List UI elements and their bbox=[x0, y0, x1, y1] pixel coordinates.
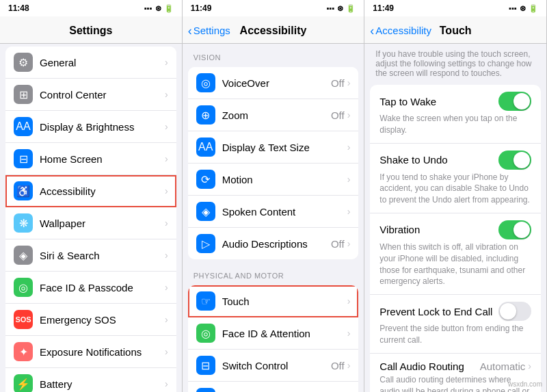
label-exposure: Exposure Notifications bbox=[40, 346, 165, 358]
row-call-audio: Call Audio Routing Automatic› bbox=[379, 361, 531, 372]
desc-vibration: When this switch is off, all vibration o… bbox=[379, 241, 531, 287]
panel-accessibility: 11:49 ▪▪▪⊛🔋 ‹ Settings Accessibility VIS… bbox=[183, 0, 365, 392]
icon-zoom: ⊕ bbox=[196, 105, 215, 125]
value-audio-desc: Off bbox=[331, 238, 345, 250]
chevron-switch-control: › bbox=[347, 360, 351, 371]
acc-item-voice-control[interactable]: ◈ Voice Control Off › bbox=[188, 382, 359, 392]
settings-item-exposure[interactable]: ✦ Exposure Notifications › bbox=[5, 336, 176, 368]
icon-exposure: ✦ bbox=[14, 342, 33, 361]
section-header-vision: VISION bbox=[183, 44, 364, 64]
acc-item-face-attention[interactable]: ◎ Face ID & Attention › bbox=[188, 317, 359, 350]
label-display-text: Display & Text Size bbox=[222, 142, 347, 153]
right-prevent-lock bbox=[498, 302, 531, 321]
label-faceid: Face ID & Passcode bbox=[40, 282, 165, 293]
status-icons-2: ▪▪▪⊛🔋 bbox=[327, 4, 356, 13]
label-emergency-sos: Emergency SOS bbox=[40, 314, 165, 326]
acc-item-display-text[interactable]: AA Display & Text Size › bbox=[188, 131, 359, 164]
acc-item-switch-control[interactable]: ⊟ Switch Control Off › bbox=[188, 350, 359, 382]
toggle-vibration[interactable] bbox=[498, 220, 531, 239]
nav-bar-3: ‹ Accessibility Touch bbox=[364, 16, 546, 44]
label-accessibility: Accessibility bbox=[40, 185, 165, 197]
icon-wallpaper: ❋ bbox=[14, 213, 33, 233]
desc-tap-to-wake: Wake the screen when you tap on the disp… bbox=[379, 113, 531, 136]
label-zoom: Zoom bbox=[222, 109, 331, 121]
back-chevron-2: ‹ bbox=[188, 25, 192, 37]
label-home-screen: Home Screen bbox=[40, 153, 165, 165]
touch-item-tap-to-wake[interactable]: Tap to Wake Wake the screen when you tap… bbox=[370, 85, 541, 144]
label-face-attention: Face ID & Attention bbox=[222, 328, 347, 339]
chevron-battery: › bbox=[165, 378, 168, 389]
status-bar-3: 11:49 ▪▪▪⊛🔋 bbox=[364, 0, 546, 16]
icon-general: ⚙ bbox=[14, 53, 33, 72]
settings-item-emergency-sos[interactable]: SOS Emergency SOS › bbox=[5, 304, 176, 336]
chevron-accessibility: › bbox=[165, 185, 168, 196]
toggle-prevent-lock[interactable] bbox=[498, 302, 531, 321]
settings-item-control-center[interactable]: ⊞ Control Center › bbox=[5, 79, 176, 111]
chevron-zoom: › bbox=[347, 109, 351, 120]
acc-item-zoom[interactable]: ⊕ Zoom Off › bbox=[188, 99, 359, 131]
settings-item-general[interactable]: ⚙ General › bbox=[5, 47, 176, 79]
settings-list: ⚙ General › ⊞ Control Center › AA Displa… bbox=[0, 44, 182, 392]
accessibility-list: VISION ◎ VoiceOver Off › ⊕ Zoom Off › AA… bbox=[183, 44, 364, 392]
label-control-center: Control Center bbox=[40, 89, 165, 101]
chevron-audio-desc: › bbox=[347, 238, 351, 249]
chevron-face-attention: › bbox=[347, 328, 351, 339]
back-button-3[interactable]: ‹ Accessibility bbox=[370, 25, 431, 37]
row-prevent-lock: Prevent Lock to End Call bbox=[379, 302, 531, 321]
label-call-audio: Call Audio Routing bbox=[379, 361, 464, 372]
toggle-tap-to-wake[interactable] bbox=[498, 92, 531, 111]
right-vibration bbox=[498, 220, 531, 239]
acc-group-vision: ◎ VoiceOver Off › ⊕ Zoom Off › AA Displa… bbox=[188, 67, 359, 259]
acc-item-touch[interactable]: ☞ Touch › bbox=[188, 285, 359, 317]
right-tap-to-wake bbox=[498, 92, 531, 111]
value-voiceover: Off bbox=[331, 77, 345, 89]
label-motion: Motion bbox=[222, 174, 347, 185]
settings-item-display[interactable]: AA Display & Brightness › bbox=[5, 111, 176, 143]
label-tap-to-wake: Tap to Wake bbox=[379, 96, 436, 107]
settings-item-battery[interactable]: ⚡ Battery › bbox=[5, 368, 176, 392]
acc-item-motion[interactable]: ⟳ Motion › bbox=[188, 164, 359, 196]
chevron-exposure: › bbox=[165, 346, 168, 357]
label-vibration: Vibration bbox=[379, 224, 420, 235]
label-shake-to-undo: Shake to Undo bbox=[379, 154, 447, 166]
touch-item-shake-to-undo[interactable]: Shake to Undo If you tend to shake your … bbox=[370, 144, 541, 213]
touch-item-vibration[interactable]: Vibration When this switch is off, all v… bbox=[370, 213, 541, 295]
chevron-home-screen: › bbox=[165, 153, 168, 164]
watermark: wsxdn.com bbox=[508, 380, 542, 388]
chevron-wallpaper: › bbox=[165, 218, 168, 228]
label-general: General bbox=[40, 57, 165, 68]
acc-item-voiceover[interactable]: ◎ VoiceOver Off › bbox=[188, 67, 359, 99]
desc-shake-to-undo: If you tend to shake your iPhone by acci… bbox=[379, 172, 531, 206]
label-siri: Siri & Search bbox=[40, 250, 165, 261]
status-bar-2: 11:49 ▪▪▪⊛🔋 bbox=[183, 0, 364, 16]
right-shake-to-undo bbox=[498, 151, 531, 170]
touch-title: Touch bbox=[440, 25, 472, 37]
back-button-2[interactable]: ‹ Settings bbox=[188, 25, 230, 37]
label-touch: Touch bbox=[222, 296, 347, 307]
acc-item-spoken[interactable]: ◈ Spoken Content › bbox=[188, 196, 359, 228]
nav-bar-2: ‹ Settings Accessibility bbox=[183, 16, 364, 44]
acc-item-audio-desc[interactable]: ▷ Audio Descriptions Off › bbox=[188, 228, 359, 259]
touch-section: Tap to Wake Wake the screen when you tap… bbox=[370, 85, 541, 392]
status-bar-1: 11:48 ▪▪▪⊛🔋 bbox=[0, 0, 182, 16]
status-icons-1: ▪▪▪⊛🔋 bbox=[144, 4, 174, 13]
chevron-voiceover: › bbox=[347, 77, 351, 88]
icon-siri: ◈ bbox=[14, 246, 33, 265]
icon-voiceover: ◎ bbox=[196, 73, 215, 92]
settings-item-accessibility[interactable]: ♿ Accessibility › bbox=[5, 175, 176, 207]
settings-item-faceid[interactable]: ◎ Face ID & Passcode › bbox=[5, 272, 176, 304]
touch-content: If you have trouble using the touch scre… bbox=[364, 44, 546, 392]
icon-switch-control: ⊟ bbox=[196, 356, 215, 375]
settings-item-siri[interactable]: ◈ Siri & Search › bbox=[5, 239, 176, 272]
settings-title: Settings bbox=[69, 25, 112, 37]
nav-bar-1: Settings bbox=[0, 16, 182, 44]
settings-item-home-screen[interactable]: ⊟ Home Screen › bbox=[5, 143, 176, 175]
panel-settings: 11:48 ▪▪▪⊛🔋 Settings ⚙ General › ⊞ Contr… bbox=[0, 0, 183, 392]
value-zoom: Off bbox=[331, 109, 345, 121]
settings-item-wallpaper[interactable]: ❋ Wallpaper › bbox=[5, 207, 176, 239]
row-vibration: Vibration bbox=[379, 220, 531, 239]
back-chevron-3: ‹ bbox=[370, 25, 374, 37]
chevron-general: › bbox=[165, 57, 168, 68]
touch-item-prevent-lock[interactable]: Prevent Lock to End Call Prevent the sid… bbox=[370, 295, 541, 354]
toggle-shake-to-undo[interactable] bbox=[498, 151, 531, 170]
